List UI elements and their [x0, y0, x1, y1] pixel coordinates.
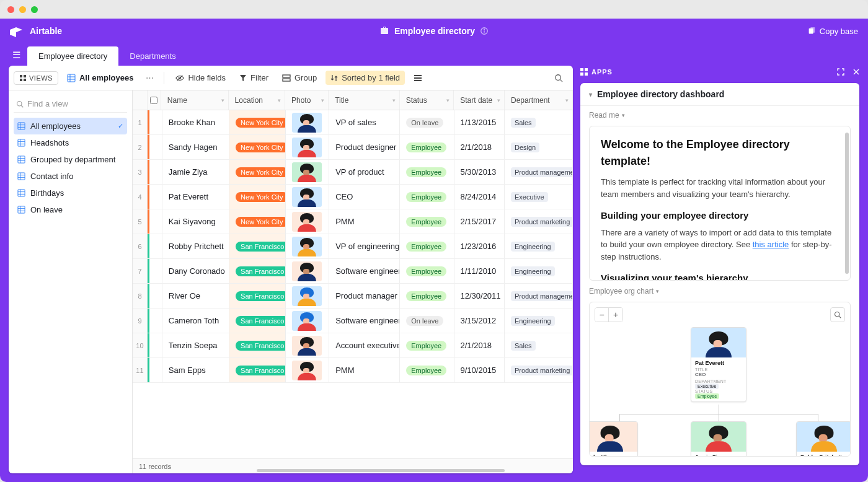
cell-name[interactable]: Brooke Khan: [162, 110, 229, 134]
minimize-window-button[interactable]: [19, 6, 26, 13]
cell-photo[interactable]: [286, 309, 329, 333]
cell-name[interactable]: River Oe: [162, 284, 229, 308]
views-toggle-button[interactable]: VIEWS: [14, 71, 58, 85]
cell-title[interactable]: Account executive: [329, 333, 400, 357]
cell-title[interactable]: CEO: [329, 185, 400, 209]
cell-location[interactable]: San Francisco: [229, 333, 286, 357]
view-item[interactable]: Headshots: [14, 134, 127, 151]
sort-button[interactable]: Sorted by 1 field: [326, 71, 405, 85]
cell-location[interactable]: San Francisco: [229, 309, 286, 333]
column-header-name[interactable]: Name▾: [161, 90, 229, 110]
cell-location[interactable]: San Francisco: [229, 234, 286, 258]
current-view-name[interactable]: All employees: [62, 71, 138, 85]
table-row[interactable]: 1 Brooke Khan New York City VP of sales …: [133, 110, 573, 135]
table-row[interactable]: 9 Cameron Toth San Francisco Software en…: [133, 309, 573, 333]
hide-fields-button[interactable]: Hide fields: [170, 71, 231, 85]
cell-name[interactable]: Sandy Hagen: [162, 135, 229, 159]
cell-start-date[interactable]: 2/1/2018: [454, 333, 505, 357]
cell-title[interactable]: PMM: [329, 209, 400, 234]
cell-location[interactable]: New York City: [229, 209, 286, 234]
cell-department[interactable]: Product marketing: [505, 209, 573, 234]
table-row[interactable]: 5 Kai Siyavong New York City PMM Employe…: [133, 209, 573, 234]
table-row[interactable]: 3 Jamie Ziya New York City VP of product…: [133, 160, 573, 185]
cell-department[interactable]: Product management: [505, 284, 573, 308]
column-header-location[interactable]: Location▾: [229, 90, 285, 110]
cell-start-date[interactable]: 5/30/2013: [454, 160, 505, 184]
cell-start-date[interactable]: 1/11/2010: [454, 259, 505, 283]
cell-name[interactable]: Dany Coronado: [162, 259, 229, 283]
cell-name[interactable]: Jamie Ziya: [162, 160, 229, 184]
cell-start-date[interactable]: 2/1/2018: [454, 135, 505, 159]
cell-department[interactable]: Sales: [505, 333, 573, 357]
cell-title[interactable]: VP of sales: [329, 110, 400, 134]
cell-status[interactable]: Employee: [400, 234, 454, 258]
filter-button[interactable]: Filter: [234, 71, 273, 85]
cell-title[interactable]: VP of product: [329, 160, 400, 184]
view-item[interactable]: On leave: [14, 201, 127, 218]
view-item[interactable]: All employees ✓: [14, 118, 127, 134]
cell-name[interactable]: Pat Everett: [162, 185, 229, 209]
cell-department[interactable]: Product marketing: [505, 358, 573, 382]
cell-department[interactable]: Executive: [505, 185, 573, 209]
table-row[interactable]: 7 Dany Coronado San Francisco Software e…: [133, 259, 573, 284]
view-item[interactable]: Grouped by department: [14, 151, 127, 168]
cell-photo[interactable]: [286, 333, 329, 357]
cell-start-date[interactable]: 3/15/2012: [454, 309, 505, 333]
table-row[interactable]: 11 Sam Epps San Francisco PMM Employee 9…: [133, 358, 573, 383]
org-node[interactable]: Jamie Ziya TITLE VP of product DEPARTMEN…: [691, 421, 746, 457]
cell-photo[interactable]: [286, 234, 329, 258]
readme-link[interactable]: this article: [753, 240, 789, 249]
cell-title[interactable]: Software engineer: [329, 259, 400, 283]
zoom-out-button[interactable]: −: [595, 308, 609, 322]
org-node[interactable]: Robby Pritchett TITLE VP of engineering …: [796, 421, 851, 457]
close-apps-icon[interactable]: [853, 69, 859, 75]
column-header-title[interactable]: Title▾: [329, 90, 400, 110]
cell-photo[interactable]: [286, 160, 329, 184]
cell-photo[interactable]: [286, 135, 329, 159]
cell-start-date[interactable]: 2/15/2017: [454, 209, 505, 234]
cell-title[interactable]: PMM: [329, 358, 400, 382]
cell-location[interactable]: San Francisco: [229, 284, 286, 308]
cell-status[interactable]: Employee: [400, 333, 454, 357]
cell-start-date[interactable]: 1/23/2016: [454, 234, 505, 258]
cell-photo[interactable]: [286, 185, 329, 209]
cell-status[interactable]: Employee: [400, 284, 454, 308]
cell-start-date[interactable]: 9/10/2015: [454, 358, 505, 382]
cell-name[interactable]: Kai Siyavong: [162, 209, 229, 234]
select-all-checkbox[interactable]: [150, 97, 157, 104]
cell-name[interactable]: Sam Epps: [162, 358, 229, 382]
column-header-department[interactable]: Department▾: [505, 90, 573, 110]
cell-title[interactable]: Product designer: [329, 135, 400, 159]
cell-photo[interactable]: [286, 209, 329, 234]
cell-status[interactable]: Employee: [400, 160, 454, 184]
cell-photo[interactable]: [286, 284, 329, 308]
group-button[interactable]: Group: [277, 71, 322, 85]
tab-employee-directory[interactable]: Employee directory: [27, 46, 118, 66]
readme-applet-label[interactable]: Read me▾: [589, 111, 851, 120]
view-options-icon[interactable]: ⋯: [142, 73, 157, 82]
cell-name[interactable]: Tenzin Soepa: [162, 333, 229, 357]
table-row[interactable]: 6 Robby Pritchett San Francisco VP of en…: [133, 234, 573, 259]
copy-base-button[interactable]: Copy base: [807, 27, 858, 36]
cell-status[interactable]: On leave: [400, 309, 454, 333]
cell-department[interactable]: Sales: [505, 110, 573, 134]
cell-title[interactable]: VP of engineering: [329, 234, 400, 258]
cell-start-date[interactable]: 1/13/2015: [454, 110, 505, 134]
cell-photo[interactable]: [286, 358, 329, 382]
cell-title[interactable]: Product manager: [329, 284, 400, 308]
horizontal-scrollbar[interactable]: [257, 469, 505, 472]
tables-menu-icon[interactable]: ☰: [9, 50, 24, 66]
readme-scrollbar[interactable]: [845, 133, 849, 274]
cell-title[interactable]: Software engineer: [329, 309, 400, 333]
find-view-input[interactable]: Find a view: [14, 95, 127, 113]
table-row[interactable]: 10 Tenzin Soepa San Francisco Account ex…: [133, 333, 573, 358]
org-chart-applet-label[interactable]: Employee org chart▾: [589, 287, 851, 296]
cell-location[interactable]: New York City: [229, 160, 286, 184]
column-header-status[interactable]: Status▾: [400, 90, 454, 110]
zoom-in-button[interactable]: +: [609, 308, 622, 322]
cell-name[interactable]: Cameron Toth: [162, 309, 229, 333]
expand-apps-icon[interactable]: [837, 68, 844, 76]
cell-photo[interactable]: [286, 110, 329, 134]
cell-department[interactable]: Engineering: [505, 259, 573, 283]
cell-location[interactable]: San Francisco: [229, 259, 286, 283]
